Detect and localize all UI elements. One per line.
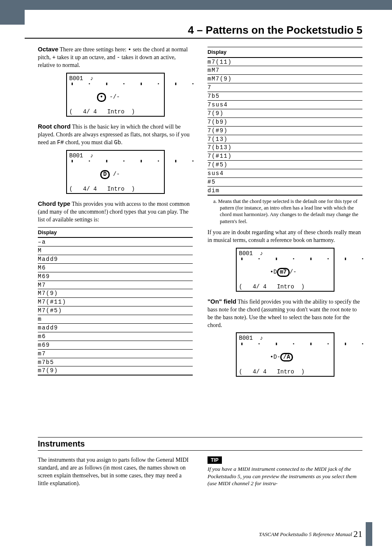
- doubt-para: If you are in doubt regarding what any o…: [208, 229, 362, 244]
- lcd-octave: B001 ♪ ▮ ▪ ▮ ▪ ▮ ▪ ▮ ▪ • -/- ( 4/ 4 Intr…: [66, 73, 165, 117]
- table-row: M69: [38, 272, 193, 281]
- table-row: m: [38, 315, 193, 324]
- lcd-chordtype: B001 ♪ ▮ ▪ ▮ ▪ ▮ ▪ ▮ ▪ •Dm7/- ( 4/ 4 Int…: [236, 248, 334, 292]
- table-row: sus4: [208, 169, 362, 178]
- table-row: dim: [208, 187, 362, 196]
- lcd-octave-line1: B001 ♪: [69, 75, 161, 82]
- table-row: 7(b9): [208, 118, 362, 127]
- table-row: madd9: [38, 324, 193, 332]
- onfield-heading: "On" field: [208, 298, 236, 305]
- table-row: 7(#5): [208, 161, 362, 169]
- table-footnote: a. Means that the chord type selected is…: [220, 198, 362, 225]
- lcd-on-line1: B001 ♪: [239, 335, 331, 341]
- table-row: 7(13): [208, 135, 362, 144]
- lcd-on-line3: •D-/A: [239, 346, 331, 368]
- table-row: 7(b13): [208, 143, 362, 152]
- lcd-chord-line4: ( 4/ 4 Intro ): [239, 283, 331, 290]
- tip-label: TIP: [208, 456, 222, 464]
- table-row: mM7: [208, 66, 362, 75]
- lcd-octave-dots: ▮ ▪ ▮ ▪ ▮ ▪ ▮ ▪: [69, 82, 161, 87]
- chapter-rule: [25, 38, 362, 39]
- footer-tab: [366, 522, 372, 546]
- lcd-root-rest: /-: [110, 171, 120, 177]
- table-row: mM7(9): [208, 75, 362, 83]
- table-row: m7b5: [38, 358, 193, 367]
- onfield-para: "On" field This field provides you with …: [208, 297, 362, 329]
- root-code2: Gb: [114, 139, 121, 146]
- left-column: Octave There are three settings here: • …: [38, 45, 193, 382]
- table-row: m69: [38, 341, 193, 350]
- octave-dot: •: [128, 46, 131, 53]
- table-row: m7(9): [38, 366, 193, 375]
- tip-body: If you have a MIDI instrument connected …: [208, 465, 362, 487]
- lcd-root: B001 ♪ ▮ ▪ ▮ ▪ ▮ ▪ ▮ ▪ D /- ( 4/ 4 Intro…: [66, 150, 165, 194]
- table-row: Madd9: [38, 255, 193, 264]
- table-row: #5: [208, 178, 362, 187]
- lcd-root-line4: ( 4/ 4 Intro ): [69, 186, 161, 192]
- instruments-para: The instruments that you assign to parts…: [38, 456, 193, 488]
- root-text-b: chord, you must dial: [64, 139, 114, 145]
- table-row: 7b5: [208, 92, 362, 101]
- table-row: m7(11): [208, 58, 362, 67]
- octave-text-a: There are three settings here:: [58, 46, 128, 53]
- lcd-root-line1: B001 ♪: [69, 152, 161, 159]
- root-heading: Root chord: [38, 123, 71, 130]
- right-column: Display m7(11)mM7mM7(9)77b57sus47(9)7(b9…: [208, 45, 362, 382]
- lcd-chord-dots: ▮ ▪ ▮ ▪ ▮ ▪ ▮ ▪: [239, 257, 331, 262]
- page-number: 21: [353, 529, 362, 539]
- corner-block: [0, 0, 25, 25]
- page-footer: TASCAM Pocketstudio 5 Reference Manual 2…: [259, 528, 362, 540]
- lcd-on-cursor: /A: [280, 353, 293, 362]
- lcd-chord-pre: •D: [267, 269, 277, 275]
- root-para: Root chord This is the basic key in whic…: [38, 122, 193, 147]
- table-row: M7: [38, 281, 193, 290]
- lcd-chord-cursor: m7: [277, 268, 290, 276]
- octave-para: Octave There are three settings here: • …: [38, 45, 193, 69]
- instruments-section: Instruments The instruments that you ass…: [38, 437, 362, 491]
- lcd-on-line4: ( 4/ 4 Intro ): [239, 368, 331, 375]
- lcd-onfield: B001 ♪ ▮ ▪ ▮ ▪ ▮ ▪ ▮ ▪ •D-/A ( 4/ 4 Intr…: [236, 332, 334, 376]
- lcd-root-line3: D /-: [69, 164, 161, 186]
- lcd-chord-rest: /-: [290, 269, 297, 275]
- instruments-right: TIP If you have a MIDI instrument connec…: [208, 456, 362, 491]
- chordtype-heading: Chord type: [38, 200, 70, 207]
- top-stripe: [0, 0, 392, 10]
- table-row: M7(#5): [38, 306, 193, 315]
- lcd-octave-rest: -/-: [106, 94, 120, 100]
- lcd-octave-line3: • -/-: [69, 86, 161, 108]
- lcd-root-cursor: D: [100, 170, 109, 179]
- table-row: M6: [38, 264, 193, 272]
- lcd-on-pre: •D-: [267, 354, 281, 360]
- table-row: m6: [38, 332, 193, 341]
- chord-table-right-head: Display: [208, 47, 362, 58]
- root-text-c: .: [121, 139, 122, 145]
- table-row: 7(#9): [208, 127, 362, 135]
- table-row: 7: [208, 83, 362, 92]
- lcd-chord-line3: •Dm7/-: [239, 261, 331, 283]
- chord-table-left-head: Display: [38, 227, 193, 238]
- instruments-left: The instruments that you assign to parts…: [38, 456, 193, 491]
- table-row: –a: [38, 238, 193, 246]
- table-row: 7sus4: [208, 101, 362, 109]
- table-row: m7: [38, 350, 193, 358]
- chordtype-para: Chord type This provides you with access…: [38, 200, 193, 224]
- instruments-heading: Instruments: [38, 438, 362, 449]
- two-column-body: Octave There are three settings here: • …: [38, 45, 362, 382]
- table-row: 7(#11): [208, 152, 362, 161]
- lcd-chord-line1: B001 ♪: [239, 250, 331, 257]
- chord-table-left: Display –aMMadd9M6M69M7M7(9)M7(#11)M7(#5…: [38, 227, 193, 376]
- table-row: M7(#11): [38, 298, 193, 306]
- lcd-octave-line4: ( 4/ 4 Intro ): [69, 108, 161, 115]
- lcd-root-dots: ▮ ▪ ▮ ▪ ▮ ▪ ▮ ▪: [69, 159, 161, 164]
- table-row: M: [38, 246, 193, 255]
- table-row: M7(9): [38, 289, 193, 298]
- root-code1: F#: [57, 139, 64, 146]
- footer-text: TASCAM Pocketstudio 5 Reference Manual: [259, 531, 353, 537]
- chapter-title: 4 – Patterns on the Pocketstudio 5: [188, 23, 362, 37]
- table-row: 7(9): [208, 109, 362, 118]
- octave-text-c: takes it up an octave, and: [55, 54, 117, 60]
- octave-heading: Octave: [38, 46, 58, 53]
- lcd-octave-cursor: •: [97, 93, 106, 101]
- chord-table-right: Display m7(11)mM7mM7(9)77b57sus47(9)7(b9…: [208, 47, 362, 196]
- lcd-on-dots: ▮ ▪ ▮ ▪ ▮ ▪ ▮ ▪: [239, 342, 331, 347]
